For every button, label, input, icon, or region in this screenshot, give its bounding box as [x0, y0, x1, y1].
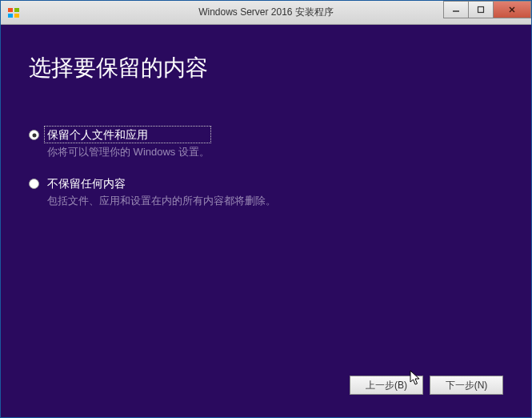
options-group: 保留个人文件和应用 你将可以管理你的 Windows 设置。 不保留任何内容 包… — [29, 127, 503, 207]
window-title: Windows Server 2016 安装程序 — [198, 6, 334, 19]
option-label: 不保留任何内容 — [47, 176, 276, 191]
back-button[interactable]: 上一步(B) — [350, 376, 423, 395]
svg-rect-1 — [14, 8, 19, 12]
svg-rect-2 — [8, 14, 13, 18]
minimize-button[interactable] — [443, 1, 469, 18]
close-button[interactable] — [493, 1, 531, 18]
option-text: 不保留任何内容 包括文件、应用和设置在内的所有内容都将删除。 — [47, 176, 276, 207]
option-text: 保留个人文件和应用 你将可以管理你的 Windows 设置。 — [47, 127, 210, 159]
content-area: 选择要保留的内容 保留个人文件和应用 你将可以管理你的 Windows 设置。 … — [1, 25, 531, 417]
next-button[interactable]: 下一步(N) — [430, 376, 503, 395]
titlebar: Windows Server 2016 安装程序 — [1, 1, 531, 25]
option-label: 保留个人文件和应用 — [46, 127, 210, 142]
svg-rect-3 — [14, 14, 19, 18]
radio-icon[interactable] — [29, 179, 39, 189]
option-description: 你将可以管理你的 Windows 设置。 — [47, 146, 210, 159]
option-description: 包括文件、应用和设置在内的所有内容都将删除。 — [47, 195, 276, 207]
footer-buttons: 上一步(B) 下一步(N) — [350, 376, 503, 395]
maximize-button[interactable] — [468, 1, 494, 18]
option-keep-nothing[interactable]: 不保留任何内容 包括文件、应用和设置在内的所有内容都将删除。 — [29, 176, 503, 207]
option-keep-files[interactable]: 保留个人文件和应用 你将可以管理你的 Windows 设置。 — [29, 127, 503, 159]
svg-rect-0 — [8, 8, 13, 12]
svg-rect-5 — [478, 7, 484, 13]
page-title: 选择要保留的内容 — [29, 53, 503, 83]
app-icon — [7, 6, 20, 19]
installer-window: Windows Server 2016 安装程序 选择要保留的内容 保留个人 — [0, 0, 532, 418]
window-controls — [444, 1, 531, 18]
radio-icon[interactable] — [29, 130, 39, 140]
